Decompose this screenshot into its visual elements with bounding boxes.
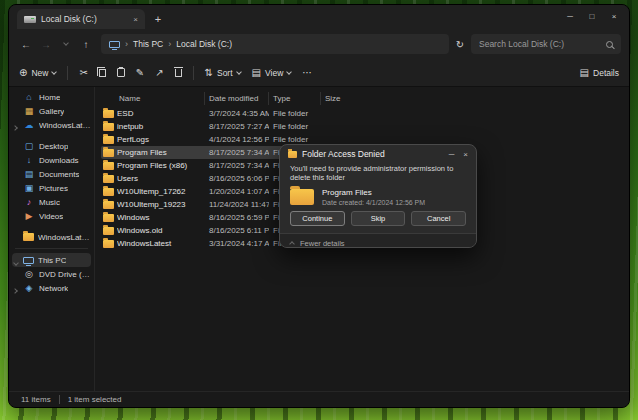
sidebar-divider (15, 248, 88, 249)
share-button[interactable]: ↗ (155, 68, 163, 78)
skip-button[interactable]: Skip (351, 211, 406, 226)
sidebar-item-pictures[interactable]: ▣ Pictures (9, 181, 94, 195)
documents-icon: ▤ (23, 170, 35, 179)
folder-icon (23, 233, 34, 241)
delete-button[interactable] (175, 69, 182, 77)
file-row-esd[interactable]: ESD 3/7/2024 4:35 AM File folder (101, 107, 361, 120)
onedrive-cloud-icon: ☁ (23, 121, 35, 130)
share-icon: ↗ (155, 68, 163, 78)
continue-button[interactable]: Continue (290, 211, 345, 226)
column-headers: Name Date modified Type Size (101, 89, 629, 107)
details-pane-icon: ▤ (580, 68, 589, 78)
file-row-inetpub[interactable]: inetpub 8/17/2025 7:27 AM File folder (101, 120, 361, 133)
recent-locations-chevron-icon[interactable] (57, 35, 75, 53)
search-input[interactable]: Search Local Disk (C:) (471, 34, 621, 54)
more-options-button[interactable]: ⋯ (302, 68, 312, 78)
desktop-wallpaper: Local Disk (C:) × + ─ □ × ← → ↑ › This P… (0, 0, 638, 420)
sidebar-item-home[interactable]: ⌂ Home (9, 90, 94, 104)
command-bar: ⊕ New ✂ ✎ ↗ ⇅ Sort ▤ View ⋯ (9, 59, 629, 87)
folder-icon-large (290, 189, 314, 205)
sidebar-item-music[interactable]: ♪ Music (9, 195, 94, 209)
copy-icon (99, 69, 106, 77)
sidebar-item-network[interactable]: ◈ Network (9, 281, 94, 295)
drive-icon (24, 16, 36, 23)
dvd-icon: ◎ (23, 270, 35, 279)
selection-count: 1 item selected (68, 395, 122, 404)
tab-bar: Local Disk (C:) × + ─ □ × (9, 5, 629, 29)
chevron-right-icon[interactable] (13, 123, 17, 132)
refresh-button[interactable]: ↻ (451, 35, 469, 53)
breadcrumb[interactable]: › This PC › Local Disk (C:) (101, 34, 449, 54)
new-tab-button[interactable]: + (150, 11, 166, 27)
tab-close-icon[interactable]: × (133, 15, 138, 24)
this-pc-icon (109, 41, 120, 48)
chevron-down-icon[interactable] (14, 258, 18, 267)
breadcrumb-local-disk[interactable]: Local Disk (C:) (176, 39, 232, 49)
sidebar-gap (9, 132, 94, 139)
dialog-close-button[interactable]: × (463, 150, 468, 159)
sidebar-item-this-pc[interactable]: This PC (12, 253, 91, 267)
column-size[interactable]: Size (321, 92, 361, 105)
column-date-modified[interactable]: Date modified (205, 92, 269, 105)
maximize-button[interactable]: □ (581, 8, 603, 24)
tab-local-disk-c[interactable]: Local Disk (C:) × (17, 9, 145, 29)
close-button[interactable]: × (603, 8, 625, 24)
minimize-button[interactable]: ─ (559, 8, 581, 24)
dialog-title: Folder Access Denied (302, 149, 385, 159)
breadcrumb-this-pc[interactable]: This PC (133, 39, 163, 49)
sidebar-item-dvd-drive[interactable]: ◎ DVD Drive (D:) CCC (9, 267, 94, 281)
chevron-right-icon[interactable] (13, 286, 17, 295)
tab-title: Local Disk (C:) (41, 14, 128, 24)
chevron-down-icon (52, 69, 58, 75)
rename-button[interactable]: ✎ (136, 68, 144, 78)
sidebar-item-desktop[interactable]: ▢ Desktop (9, 139, 94, 153)
folder-icon (103, 240, 114, 248)
dialog-body: You'll need to provide administrator per… (280, 163, 476, 206)
dialog-item-meta: Date created: 4/1/2024 12:56 PM (322, 199, 425, 206)
pictures-icon: ▣ (23, 184, 35, 193)
sort-button[interactable]: ⇅ Sort (205, 68, 241, 78)
downloads-icon: ↓ (23, 156, 35, 165)
view-label: View (265, 68, 283, 78)
status-divider (59, 395, 60, 404)
navigation-pane: ⌂ Home ▦ Gallery ☁ WindowsLatest - Perso… (9, 87, 95, 391)
sort-icon: ⇅ (205, 68, 213, 78)
back-button[interactable]: ← (17, 35, 35, 53)
dialog-titlebar[interactable]: Folder Access Denied ─ × (280, 145, 476, 163)
fewer-details-toggle[interactable]: Fewer details (280, 233, 476, 248)
details-button[interactable]: ▤ Details (580, 68, 619, 78)
dialog-message: You'll need to provide administrator per… (290, 164, 466, 183)
cancel-button[interactable]: Cancel (411, 211, 466, 226)
view-button[interactable]: ▤ View (252, 68, 292, 78)
sidebar-item-videos[interactable]: ▶ Videos (9, 209, 94, 223)
column-type[interactable]: Type (269, 92, 321, 105)
breadcrumb-separator-icon: › (125, 39, 128, 49)
sidebar-item-downloads[interactable]: ↓ Downloads (9, 153, 94, 167)
new-label: New (31, 68, 48, 78)
column-name[interactable]: Name (101, 92, 205, 105)
paste-button[interactable] (117, 68, 125, 77)
paste-icon (117, 68, 125, 77)
new-button[interactable]: ⊕ New (19, 68, 56, 78)
sidebar-item-documents[interactable]: ▤ Documents (9, 167, 94, 181)
up-button[interactable]: ↑ (77, 35, 95, 53)
search-icon (606, 41, 613, 48)
view-icon: ▤ (252, 68, 261, 78)
cut-button[interactable]: ✂ (79, 68, 87, 78)
search-placeholder: Search Local Disk (C:) (479, 39, 600, 49)
sidebar-item-gallery[interactable]: ▦ Gallery (9, 104, 94, 118)
dialog-minimize-button[interactable]: ─ (449, 150, 455, 159)
copy-button[interactable] (99, 69, 106, 77)
music-icon: ♪ (23, 198, 35, 207)
sidebar-item-windowslatest[interactable]: WindowsLatest (9, 230, 94, 244)
sidebar-item-onedrive[interactable]: ☁ WindowsLatest - Personal (9, 118, 94, 132)
folder-icon (103, 227, 114, 235)
network-icon: ◈ (23, 284, 35, 293)
folder-icon (103, 110, 114, 118)
more-icon: ⋯ (302, 68, 312, 78)
chevron-down-icon (286, 69, 292, 75)
file-explorer-window: Local Disk (C:) × + ─ □ × ← → ↑ › This P… (8, 4, 630, 408)
videos-icon: ▶ (23, 212, 35, 221)
folder-access-denied-dialog: Folder Access Denied ─ × You'll need to … (279, 144, 477, 248)
forward-button[interactable]: → (37, 35, 55, 53)
